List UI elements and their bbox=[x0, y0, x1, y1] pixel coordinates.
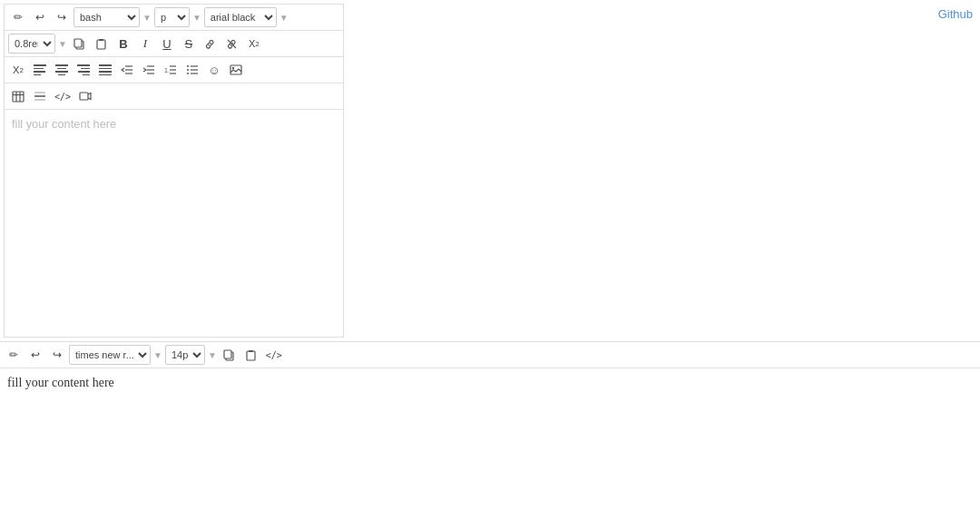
code-button[interactable]: </> bbox=[52, 86, 74, 106]
svg-point-15 bbox=[187, 65, 189, 67]
github-link[interactable]: Github bbox=[938, 7, 973, 21]
unordered-list-button[interactable] bbox=[182, 60, 202, 80]
svg-rect-29 bbox=[34, 99, 45, 101]
indent-button[interactable] bbox=[139, 60, 159, 80]
bottom-source-button[interactable]: </> bbox=[263, 345, 285, 365]
node-select[interactable]: p h1 h2 bbox=[154, 7, 190, 27]
bottom-toolbar: ✏ ↩ ↪ times new r... arial arial black ▼… bbox=[0, 342, 980, 368]
outdent-button[interactable] bbox=[117, 60, 137, 80]
bottom-editor-content[interactable]: fill your content here bbox=[0, 368, 980, 441]
subscript-button[interactable]: X2 bbox=[244, 34, 264, 54]
align-center-button[interactable] bbox=[52, 60, 72, 80]
bold-button[interactable]: B bbox=[113, 34, 133, 54]
toolbar-row-2: 0.8rem 1rem 1.2rem ▼ B I U S X2 bbox=[5, 31, 343, 57]
italic-button[interactable]: I bbox=[135, 34, 155, 54]
toolbar-row-4: </> bbox=[5, 83, 343, 110]
emoji-button[interactable]: ☺ bbox=[204, 60, 224, 80]
size-select-top[interactable]: 0.8rem 1rem 1.2rem bbox=[8, 34, 55, 54]
svg-rect-2 bbox=[97, 40, 105, 49]
copy-button[interactable] bbox=[70, 34, 90, 54]
redo-button[interactable]: ↪ bbox=[52, 7, 72, 27]
align-left-button[interactable] bbox=[30, 60, 50, 80]
svg-rect-3 bbox=[99, 39, 103, 41]
svg-rect-23 bbox=[13, 92, 24, 102]
undo-button[interactable]: ↩ bbox=[30, 7, 50, 27]
svg-rect-30 bbox=[80, 93, 88, 100]
bottom-size-select[interactable]: 14px 12px 16px bbox=[165, 345, 205, 365]
language-select[interactable]: bash python javascript bbox=[74, 7, 140, 27]
svg-rect-33 bbox=[247, 351, 255, 360]
svg-rect-28 bbox=[34, 92, 45, 93]
table-button[interactable] bbox=[8, 86, 28, 106]
bottom-font-select[interactable]: times new r... arial arial black bbox=[69, 345, 151, 365]
top-editor-content[interactable]: fill your content here bbox=[5, 110, 343, 337]
strike-button[interactable]: S bbox=[179, 34, 199, 54]
align-justify-button[interactable] bbox=[95, 60, 115, 80]
align-right-button[interactable] bbox=[74, 60, 93, 80]
svg-rect-34 bbox=[249, 350, 253, 352]
font-select[interactable]: arial black arial times new roman bbox=[204, 7, 277, 27]
svg-rect-32 bbox=[224, 350, 231, 358]
toolbar-row-3: X2 1. ☺ bbox=[5, 57, 343, 83]
superscript-button[interactable]: X2 bbox=[8, 60, 28, 80]
hr-button[interactable] bbox=[30, 86, 50, 106]
bottom-pencil-button[interactable]: ✏ bbox=[4, 345, 24, 365]
bottom-copy-button[interactable] bbox=[220, 345, 240, 365]
bottom-paste-button[interactable] bbox=[241, 345, 261, 365]
underline-button[interactable]: U bbox=[157, 34, 177, 54]
link-button[interactable] bbox=[201, 34, 220, 54]
ordered-list-button[interactable]: 1. bbox=[161, 60, 181, 80]
svg-point-17 bbox=[187, 73, 189, 74]
unlink-button[interactable] bbox=[222, 34, 242, 54]
image-button[interactable] bbox=[226, 60, 246, 80]
toolbar-row-1: ✏ ↩ ↪ bash python javascript ▼ p h1 h2 ▼… bbox=[5, 5, 343, 31]
bottom-undo-button[interactable]: ↩ bbox=[25, 345, 45, 365]
bottom-editor: ✏ ↩ ↪ times new r... arial arial black ▼… bbox=[0, 341, 980, 441]
svg-point-22 bbox=[232, 67, 234, 69]
top-editor: ✏ ↩ ↪ bash python javascript ▼ p h1 h2 ▼… bbox=[4, 4, 344, 338]
svg-point-16 bbox=[187, 69, 189, 71]
paste-button[interactable] bbox=[92, 34, 112, 54]
video-button[interactable] bbox=[75, 86, 95, 106]
pencil-button[interactable]: ✏ bbox=[8, 7, 28, 27]
bottom-redo-button[interactable]: ↪ bbox=[47, 345, 67, 365]
svg-rect-1 bbox=[74, 39, 82, 47]
svg-text:1.: 1. bbox=[164, 67, 170, 74]
